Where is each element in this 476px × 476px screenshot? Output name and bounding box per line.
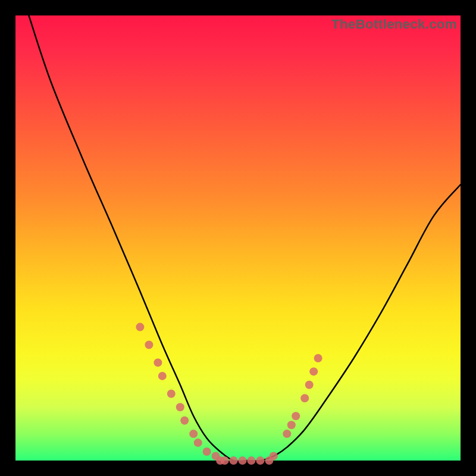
scatter-point	[136, 323, 144, 331]
scatter-point	[283, 430, 291, 438]
scatter-point	[305, 381, 314, 389]
scatter-point	[309, 367, 318, 375]
bottleneck-curve	[29, 15, 461, 461]
scatter-point	[221, 456, 229, 465]
scatter-point	[300, 394, 309, 402]
scatter-point	[145, 341, 153, 349]
scatter-point	[167, 390, 176, 398]
scatter-point	[189, 430, 198, 438]
scatter-point	[203, 447, 211, 456]
scatter-point	[194, 439, 202, 447]
scatter-point	[292, 412, 300, 420]
scatter-point	[180, 416, 189, 425]
scatter-point	[247, 456, 255, 465]
scatter-point	[158, 372, 167, 380]
scatter-point	[154, 358, 162, 367]
scatter-point	[230, 456, 238, 465]
chart-svg	[15, 15, 461, 461]
scatter-point	[270, 452, 278, 461]
scatter-markers	[136, 323, 322, 465]
scatter-point	[314, 354, 322, 362]
scatter-point	[256, 456, 264, 465]
scatter-point	[287, 421, 296, 429]
chart-frame: TheBottleneck.com	[0, 0, 476, 476]
scatter-point	[176, 403, 184, 411]
plot-area: TheBottleneck.com	[15, 15, 461, 461]
scatter-point	[239, 456, 247, 465]
